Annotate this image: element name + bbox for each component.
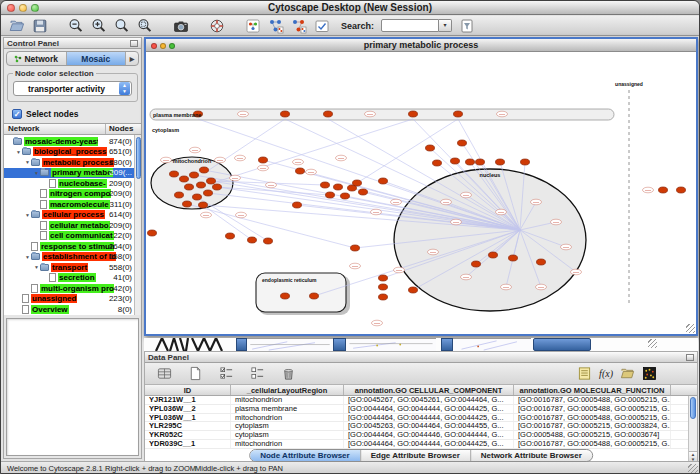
zoom-window-button[interactable] [31, 4, 39, 12]
table-cell: [GO:0045267, GO:0045261, GO:0044464, G..… [344, 396, 514, 404]
table-row[interactable]: YDR039C__1mitochondrion[GO:0044464, GO:0… [145, 440, 697, 449]
tree-row[interactable]: nucleobase-209(0) [4, 178, 141, 189]
float-panel-icon[interactable] [686, 354, 694, 361]
vizmapper-icon[interactable] [245, 18, 261, 34]
tree-row[interactable]: ▼establishment of lo558(0) [4, 252, 141, 263]
layout-icon[interactable] [268, 18, 284, 34]
tab-node-attribute-browser[interactable]: Node Attribute Browser [250, 450, 361, 461]
tree-row[interactable]: mosaic-demo-yeast874(0) [4, 136, 141, 147]
tree-row[interactable]: unassigned223(0) [4, 294, 141, 305]
close-button[interactable] [7, 4, 15, 12]
zoom-in-icon[interactable] [91, 18, 107, 34]
birdseye-view[interactable] [6, 318, 139, 456]
zoom-out-icon[interactable] [68, 18, 84, 34]
table-cell: cytoplasm [231, 431, 344, 439]
formula-builder-icon[interactable]: f(x) [599, 368, 613, 379]
tree-row[interactable]: ▼transport558(0) [4, 262, 141, 273]
tree-row[interactable]: ▼primary metabo209(... [4, 168, 141, 179]
table-scrollbar[interactable]: ▲▼ [688, 396, 697, 462]
tab-edge-attribute-browser[interactable]: Edge Attribute Browser [361, 450, 471, 461]
unselect-attributes-icon[interactable] [250, 366, 265, 381]
select-attributes-icon[interactable] [219, 366, 234, 381]
snapshot-icon[interactable] [173, 18, 189, 34]
select-nodes-label: Select nodes [26, 109, 78, 119]
cytoplasm-label: cytoplasm [152, 127, 179, 133]
tab-mosaic[interactable]: Mosaic [67, 52, 127, 65]
table-row[interactable]: YPL036W__2plasma membrane[GO:0044464, GO… [145, 405, 697, 414]
search-input[interactable] [381, 19, 439, 32]
table-icon[interactable] [157, 366, 172, 381]
new-attribute-icon[interactable] [188, 366, 203, 381]
frame-zoom-button[interactable] [169, 43, 175, 49]
tree-row[interactable]: response to stimulu264(0) [4, 241, 141, 252]
expand-arrow-icon[interactable]: ▼ [33, 264, 40, 270]
network-view-titlebar[interactable]: primary metabolic process [146, 39, 696, 52]
background-window-edge[interactable] [236, 338, 247, 351]
column-header[interactable]: annotation.GO CELLULAR_COMPONENT [344, 385, 514, 395]
zoom-selected-icon[interactable] [137, 18, 153, 34]
tab-overflow-arrow[interactable]: ▶ [126, 52, 138, 65]
frame-minimize-button[interactable] [160, 43, 166, 49]
background-window-thumbnail[interactable] [346, 338, 436, 351]
tree-row[interactable]: ▼metabolic process280(0) [4, 157, 141, 168]
background-window-edge[interactable] [333, 338, 346, 351]
background-window-thumbnail[interactable] [247, 338, 333, 351]
expand-arrow-icon[interactable]: ▼ [15, 149, 22, 155]
background-window-edge[interactable] [441, 338, 453, 351]
node-color-dropdown[interactable]: transporter activity ▲▼ [13, 81, 132, 96]
annotation-icon[interactable] [314, 18, 330, 34]
save-icon[interactable] [32, 18, 48, 34]
tree-row[interactable]: secretion41(0) [4, 273, 141, 284]
import-attributes-icon[interactable] [620, 366, 635, 381]
tree-scrollbar[interactable] [134, 135, 141, 315]
zoom-fit-icon[interactable] [114, 18, 130, 34]
table-row[interactable]: YKR052Ccytoplasm[GO:0044464, GO:0044446,… [145, 431, 697, 440]
filter-icon[interactable] [459, 18, 475, 34]
expand-arrow-icon[interactable]: ▼ [24, 212, 31, 218]
select-nodes-checkbox[interactable]: ✓ [12, 109, 22, 119]
control-panel-header: Control Panel [4, 38, 141, 49]
expand-arrow-icon[interactable]: ▼ [24, 159, 31, 165]
background-window-thumbnail[interactable] [453, 338, 531, 351]
network-canvas[interactable]: plasma membrane cytoplasm mitochondrion … [146, 52, 696, 334]
scrollbar-thumb[interactable] [690, 397, 696, 419]
tree-row[interactable]: cell communicat22(0) [4, 231, 141, 242]
delete-attribute-icon[interactable] [281, 366, 296, 381]
attribute-matrix-icon[interactable] [642, 366, 657, 381]
table-row[interactable]: YPL036W__1mitochondrion[GO:0044464, GO:0… [145, 414, 697, 423]
background-window-edge[interactable] [533, 338, 591, 351]
tree-row[interactable]: macromolecule311(0) [4, 199, 141, 210]
layout-settings-icon[interactable] [291, 18, 307, 34]
tree-row[interactable]: ▼biological_process651(0) [4, 147, 141, 158]
table-row[interactable]: YJR121W__1mitochondrion[GO:0045267, GO:0… [145, 396, 697, 405]
help-icon[interactable] [209, 18, 225, 34]
frame-close-button[interactable] [151, 43, 157, 49]
attribute-editor-icon[interactable] [577, 366, 592, 381]
search-dropdown-button[interactable]: ▾ [439, 19, 452, 32]
expand-arrow-icon[interactable]: ▼ [24, 254, 31, 260]
tab-network[interactable]: Network [7, 52, 67, 65]
frame-resize-grip[interactable] [686, 324, 695, 333]
float-panel-icon[interactable] [130, 40, 138, 47]
tree-item-count: 651(0) [109, 147, 132, 156]
table-cell: [GO:0016787, GO:0005488, GO:0005215, G..… [514, 405, 671, 413]
tree-row[interactable]: ▼cellular process614(0) [4, 210, 141, 221]
column-header[interactable]: _cellularLayoutRegion [231, 385, 344, 395]
tree-row[interactable]: nitrogen compo209(0) [4, 189, 141, 200]
tree-row[interactable]: multi-organism pro42(0) [4, 283, 141, 294]
column-header[interactable]: ID [145, 385, 231, 395]
tree-row[interactable]: Overview8(0) [4, 304, 141, 315]
column-header[interactable]: annotation.GO MOLECULAR_FUNCTION [514, 385, 671, 395]
table-cell: [GO:0016787, GO:0005488, GO:0005215, G..… [514, 414, 671, 422]
window-resize-grip[interactable] [688, 464, 698, 474]
tab-network-attribute-browser[interactable]: Network Attribute Browser [471, 450, 592, 461]
open-icon[interactable] [9, 18, 25, 34]
tree-column-network[interactable]: Network [4, 124, 106, 134]
tree-row[interactable]: cellular metabo209(0) [4, 220, 141, 231]
tree-column-nodes[interactable]: Nodes [106, 124, 141, 134]
table-row[interactable]: YLR295Ccytoplasm[GO:0045263, GO:0044464,… [145, 422, 697, 431]
table-cell: [GO:0016787, GO:0005215, GO:0003824, G..… [514, 422, 671, 430]
expand-arrow-icon[interactable]: ▼ [33, 170, 40, 176]
scrollbar-thumb[interactable] [136, 137, 141, 179]
minimize-button[interactable] [19, 4, 27, 12]
